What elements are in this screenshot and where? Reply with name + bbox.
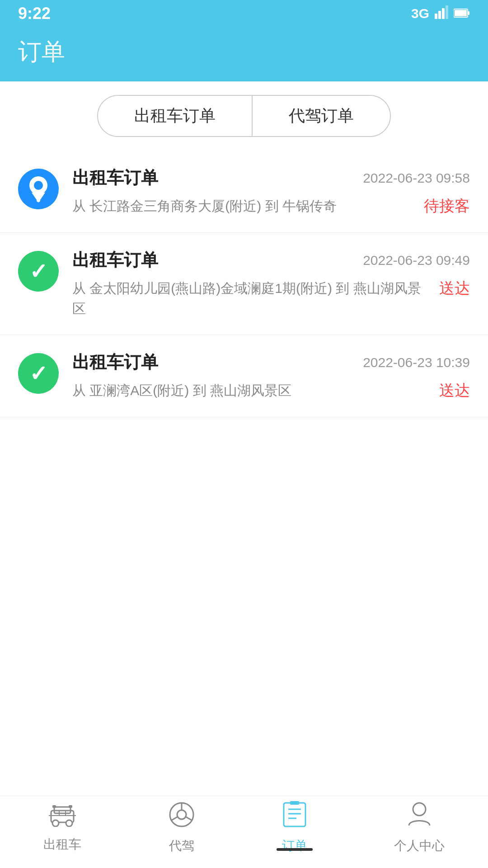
svg-point-8 <box>34 181 43 190</box>
tab-group: 出租车订单 代驾订单 <box>97 95 391 137</box>
signal-icon <box>435 5 448 22</box>
order-item[interactable]: ✓ 出租车订单 2022-06-23 10:39 从 亚澜湾A区(附近) 到 燕… <box>0 335 488 417</box>
svg-point-14 <box>66 820 72 826</box>
svg-point-10 <box>37 198 40 202</box>
order-content: 出租车订单 2022-06-23 09:58 从 长江路金三角商务大厦(附近) … <box>72 166 470 217</box>
order-status-icon-delivered: ✓ <box>18 251 59 292</box>
svg-rect-3 <box>446 5 448 19</box>
svg-rect-15 <box>49 815 76 816</box>
svg-rect-5 <box>455 10 467 16</box>
steering-wheel-icon <box>168 801 195 834</box>
battery-icon <box>454 6 470 21</box>
order-status-label: 送达 <box>439 278 470 299</box>
svg-rect-16 <box>59 811 60 815</box>
status-bar: 9:22 3G <box>0 0 488 27</box>
svg-line-24 <box>186 817 192 821</box>
tab-taxi-orders[interactable]: 出租车订单 <box>98 96 253 136</box>
order-detail: 从 金太阳幼儿园(燕山路)金域澜庭1期(附近) 到 燕山湖风景区 送达 <box>72 278 470 319</box>
order-status-icon-pending <box>18 169 59 209</box>
order-time: 2022-06-23 10:39 <box>363 355 470 370</box>
svg-rect-6 <box>468 11 469 15</box>
nav-item-taxi[interactable]: 出租车 <box>43 802 81 853</box>
svg-rect-25 <box>284 803 305 826</box>
nav-label-orders: 订单 <box>282 837 307 854</box>
nav-label-taxi: 出租车 <box>43 836 81 853</box>
svg-point-21 <box>177 810 186 819</box>
person-icon <box>407 801 432 834</box>
order-header: 出租车订单 2022-06-23 09:58 <box>72 166 470 189</box>
orders-icon <box>282 801 307 834</box>
order-route: 从 亚澜湾A区(附近) 到 燕山湖风景区 <box>72 380 439 401</box>
order-route: 从 金太阳幼儿园(燕山路)金域澜庭1期(附近) 到 燕山湖风景区 <box>72 278 439 319</box>
order-route: 从 长江路金三角商务大厦(附近) 到 牛锅传奇 <box>72 196 424 216</box>
svg-rect-29 <box>290 801 299 805</box>
page-title: 订单 <box>18 36 470 68</box>
page-header: 订单 <box>0 27 488 81</box>
tab-driver-orders[interactable]: 代驾订单 <box>253 96 390 136</box>
svg-point-30 <box>413 803 426 816</box>
order-item[interactable]: 出租车订单 2022-06-23 09:58 从 长江路金三角商务大厦(附近) … <box>0 151 488 233</box>
network-label: 3G <box>411 6 429 21</box>
svg-rect-1 <box>438 11 441 19</box>
order-time: 2022-06-23 09:49 <box>363 253 470 268</box>
order-time: 2022-06-23 09:58 <box>363 170 470 186</box>
nav-item-driver[interactable]: 代驾 <box>168 801 195 854</box>
svg-rect-2 <box>442 8 445 19</box>
order-detail: 从 亚澜湾A区(附近) 到 燕山湖风景区 送达 <box>72 380 470 401</box>
svg-point-13 <box>52 820 59 826</box>
svg-line-23 <box>171 817 178 821</box>
order-type: 出租车订单 <box>72 351 158 374</box>
status-icons: 3G <box>411 5 470 22</box>
order-header: 出租车订单 2022-06-23 10:39 <box>72 351 470 374</box>
order-status-label: 送达 <box>439 380 470 401</box>
status-time: 9:22 <box>18 4 51 23</box>
nav-label-profile: 个人中心 <box>394 837 445 854</box>
nav-label-driver: 代驾 <box>169 837 194 854</box>
order-content: 出租车订单 2022-06-23 10:39 从 亚澜湾A区(附近) 到 燕山湖… <box>72 351 470 401</box>
svg-rect-17 <box>65 811 66 815</box>
order-list: 出租车订单 2022-06-23 09:58 从 长江路金三角商务大厦(附近) … <box>0 151 488 417</box>
bottom-nav: 出租车 代驾 订单 <box>0 796 488 868</box>
order-status-label: 待接客 <box>424 196 470 217</box>
nav-active-indicator <box>277 848 313 851</box>
svg-rect-18 <box>52 805 56 808</box>
order-status-icon-delivered: ✓ <box>18 353 59 394</box>
order-detail: 从 长江路金三角商务大厦(附近) 到 牛锅传奇 待接客 <box>72 196 470 217</box>
order-content: 出租车订单 2022-06-23 09:49 从 金太阳幼儿园(燕山路)金域澜庭… <box>72 249 470 319</box>
order-type: 出租车订单 <box>72 166 158 189</box>
svg-rect-0 <box>435 14 437 19</box>
order-item[interactable]: ✓ 出租车订单 2022-06-23 09:49 从 金太阳幼儿园(燕山路)金域… <box>0 233 488 335</box>
svg-rect-19 <box>69 805 72 808</box>
tab-switcher: 出租车订单 代驾订单 <box>0 81 488 151</box>
nav-item-profile[interactable]: 个人中心 <box>394 801 445 854</box>
taxi-icon <box>49 802 76 832</box>
order-type: 出租车订单 <box>72 249 158 272</box>
nav-item-orders[interactable]: 订单 <box>282 801 307 854</box>
order-header: 出租车订单 2022-06-23 09:49 <box>72 249 470 272</box>
